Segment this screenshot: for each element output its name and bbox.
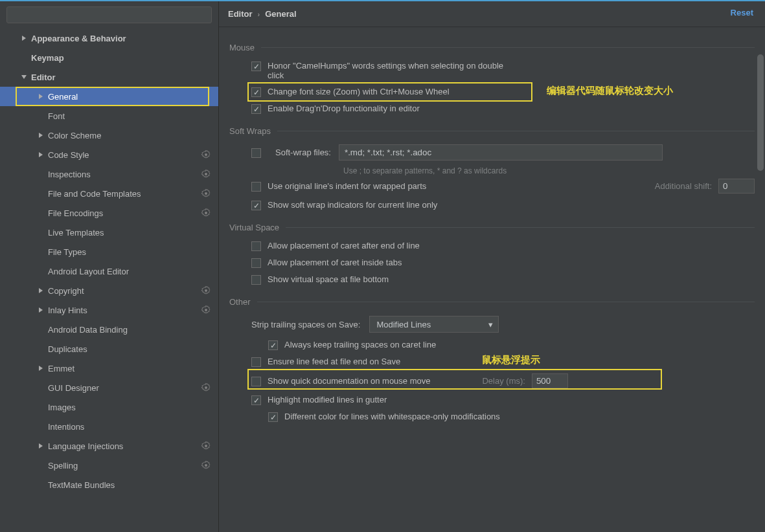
sidebar-item-language-injections[interactable]: Language Injections [0, 436, 218, 456]
input-softwrap-patterns[interactable] [339, 144, 663, 161]
checkbox-quick-doc[interactable] [251, 377, 261, 386]
sidebar-item-emmet[interactable]: Emmet [0, 359, 218, 378]
hint-softwrap: Use ; to separate patterns, * and ? as w… [229, 164, 755, 175]
input-additional-shift[interactable] [718, 179, 755, 194]
sidebar-item-file-and-code-templates[interactable]: File and Code Templates [0, 184, 218, 203]
sidebar-item-inlay-hints[interactable]: Inlay Hints [0, 300, 218, 320]
sidebar-item-textmate-bundles[interactable]: TextMate Bundles [0, 475, 218, 494]
dropdown-strip-trailing[interactable]: Modified Lines ▾ [369, 316, 499, 333]
input-delay[interactable] [532, 373, 568, 388]
sidebar-item-duplicates[interactable]: Duplicates [0, 339, 218, 359]
svg-point-2 [205, 153, 207, 156]
svg-point-5 [205, 212, 207, 214]
label-ensure-newline: Ensure line feed at file end on Save [268, 357, 400, 366]
checkbox-keep-trailing-caret[interactable] [268, 340, 278, 350]
annotation-hover: 鼠标悬浮提示 [482, 354, 540, 366]
section-softwraps: Soft Wraps [229, 126, 755, 136]
settings-sidebar: Appearance & BehaviorKeymapEditorGeneral… [0, 1, 219, 532]
sidebar-item-android-data-binding[interactable]: Android Data Binding [0, 320, 218, 339]
sidebar-item-copyright[interactable]: Copyright [0, 281, 218, 300]
svg-point-7 [205, 309, 207, 311]
label-caret-inside-tabs: Allow placement of caret inside tabs [268, 258, 402, 267]
label-quick-doc: Show quick documentation on mouse move [268, 376, 430, 386]
gear-icon [201, 383, 211, 392]
section-other: Other [229, 297, 755, 307]
checkbox-camelhumps[interactable] [251, 61, 261, 71]
sidebar-item-images[interactable]: Images [0, 397, 218, 417]
checkbox-caret-after-eol[interactable] [251, 241, 261, 251]
label-font-zoom: Change font size (Zoom) with Ctrl+Mouse … [268, 87, 450, 96]
sidebar-item-editor[interactable]: Editor [0, 67, 218, 87]
sidebar-item-code-style[interactable]: Code Style [0, 145, 218, 164]
gear-icon [201, 208, 211, 217]
label-camelhumps: Honor "CamelHumps" words settings when s… [268, 61, 514, 80]
checkbox-original-indent[interactable] [251, 182, 261, 192]
svg-point-6 [205, 289, 207, 292]
section-virtualspace: Virtual Space [229, 223, 755, 232]
chevron-down-icon: ▾ [488, 320, 493, 329]
gear-icon [201, 150, 211, 159]
gear-icon [201, 286, 211, 295]
sidebar-item-spelling[interactable]: Spelling [0, 456, 218, 475]
label-show-indicators: Show soft wrap indicators for current li… [268, 200, 437, 210]
svg-point-4 [205, 192, 207, 195]
sidebar-item-color-scheme[interactable]: Color Scheme [0, 126, 218, 145]
sidebar-item-file-encodings[interactable]: File Encodings [0, 203, 218, 223]
checkbox-virtual-bottom[interactable] [251, 275, 261, 285]
checkbox-ensure-newline[interactable] [251, 357, 261, 367]
checkbox-caret-inside-tabs[interactable] [251, 258, 261, 268]
label-softwrap-files: Soft-wrap files: [275, 148, 331, 157]
breadcrumb: Editor › General [219, 1, 765, 27]
gear-icon [201, 441, 211, 450]
breadcrumb-sub: General [265, 9, 296, 19]
scrollbar[interactable] [757, 54, 764, 171]
checkbox-dnd[interactable] [251, 104, 261, 114]
checkbox-highlight-modified[interactable] [251, 395, 261, 405]
sidebar-item-general[interactable]: General [0, 87, 218, 106]
svg-point-8 [205, 386, 207, 389]
gear-icon [201, 305, 211, 315]
sidebar-item-inspections[interactable]: Inspections [0, 164, 218, 184]
chevron-right-icon: › [258, 10, 260, 18]
sidebar-item-gui-designer[interactable]: GUI Designer [0, 378, 218, 397]
sidebar-item-keymap[interactable]: Keymap [0, 48, 218, 67]
svg-point-9 [205, 445, 207, 447]
label-original-indent: Use original line's indent for wrapped p… [268, 181, 426, 191]
sidebar-item-appearance-behavior[interactable]: Appearance & Behavior [0, 28, 218, 48]
svg-point-10 [205, 464, 207, 467]
sidebar-item-font[interactable]: Font [0, 106, 218, 126]
label-delay: Delay (ms): [482, 376, 525, 386]
gear-icon [201, 461, 211, 470]
section-mouse: Mouse [229, 43, 755, 52]
settings-tree[interactable]: Appearance & BehaviorKeymapEditorGeneral… [0, 28, 218, 532]
label-caret-after-eol: Allow placement of caret after end of li… [268, 241, 420, 250]
settings-main: Editor › General Reset Mouse Honor "Came… [219, 1, 765, 532]
breadcrumb-root: Editor [228, 9, 253, 19]
checkbox-softwrap-files[interactable] [251, 148, 261, 158]
checkbox-font-zoom[interactable] [251, 87, 261, 97]
label-dnd: Enable Drag'n'Drop functionality in edit… [268, 104, 420, 113]
annotation-font-zoom: 编辑器代码随鼠标轮改变大小 [547, 85, 673, 97]
label-keep-trailing-caret: Always keep trailing spaces on caret lin… [284, 340, 436, 349]
checkbox-diff-whitespace[interactable] [268, 412, 278, 422]
svg-point-3 [205, 173, 207, 175]
gear-icon [201, 189, 211, 198]
label-additional-shift: Additional shift: [655, 181, 712, 191]
sidebar-item-live-templates[interactable]: Live Templates [0, 223, 218, 242]
gear-icon [201, 170, 211, 179]
checkbox-show-indicators[interactable] [251, 201, 261, 210]
sidebar-item-intentions[interactable]: Intentions [0, 417, 218, 436]
sidebar-item-android-layout-editor[interactable]: Android Layout Editor [0, 261, 218, 281]
reset-link[interactable]: Reset [731, 8, 753, 17]
sidebar-item-file-types[interactable]: File Types [0, 242, 218, 261]
label-diff-whitespace: Different color for lines with whitespac… [284, 412, 500, 421]
label-strip-trailing: Strip trailing spaces on Save: [251, 320, 360, 329]
search-input[interactable] [6, 6, 212, 23]
label-highlight-modified: Highlight modified lines in gutter [268, 395, 387, 405]
label-virtual-bottom: Show virtual space at file bottom [268, 274, 389, 284]
